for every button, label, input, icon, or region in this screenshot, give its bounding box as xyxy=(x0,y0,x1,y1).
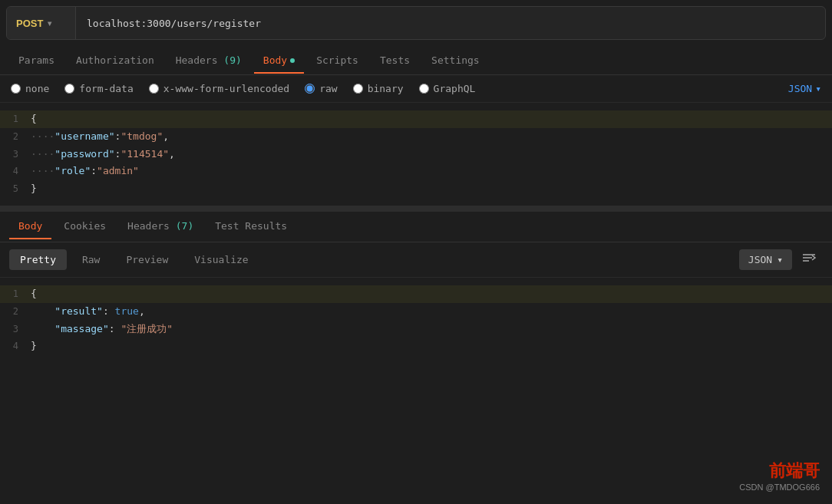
code-line-2: 2 ····"username":"tmdog", xyxy=(0,128,832,146)
code-line-1: 1 { xyxy=(0,110,832,128)
code-line-5: 5 } xyxy=(0,180,832,198)
tab-scripts[interactable]: Scripts xyxy=(307,48,368,74)
response-json-btn[interactable]: JSON ▾ xyxy=(739,249,792,270)
code-line-3: 3 ····"password":"114514", xyxy=(0,146,832,163)
wrap-btn[interactable] xyxy=(795,249,823,271)
response-body-editor: 1 { 2 "result": true, 3 "massage": "注册成功… xyxy=(0,278,832,363)
code-line-4: 4 ····"role":"admin" xyxy=(0,163,832,180)
format-visualize[interactable]: Visualize xyxy=(183,249,259,270)
tab-body[interactable]: Body xyxy=(254,48,304,74)
body-dot xyxy=(290,58,295,63)
method-label: POST xyxy=(16,18,43,29)
tab-authorization[interactable]: Authorization xyxy=(67,48,163,74)
resp-code-line-3: 3 "massage": "注册成功" xyxy=(0,321,832,338)
format-raw[interactable]: Raw xyxy=(71,249,111,270)
body-type-selector: none form-data x-www-form-urlencoded raw… xyxy=(0,75,832,103)
tab-tests[interactable]: Tests xyxy=(371,48,419,74)
response-json-selector: JSON ▾ xyxy=(739,249,823,271)
resp-code-line-4: 4 } xyxy=(0,338,832,355)
resp-code-line-2: 2 "result": true, xyxy=(0,303,832,321)
response-section: Body Cookies Headers (7) Test Results Pr… xyxy=(0,212,832,363)
format-preview[interactable]: Preview xyxy=(115,249,179,270)
radio-raw[interactable]: raw xyxy=(305,83,337,94)
url-input[interactable] xyxy=(76,18,825,29)
response-tab-headers[interactable]: Headers (7) xyxy=(118,214,203,239)
response-tab-nav: Body Cookies Headers (7) Test Results xyxy=(0,212,832,242)
radio-none[interactable]: none xyxy=(11,83,49,94)
response-tab-test-results[interactable]: Test Results xyxy=(206,214,296,239)
radio-form-data[interactable]: form-data xyxy=(64,83,133,94)
method-chevron: ▾ xyxy=(48,19,51,28)
resp-code-line-1: 1 { xyxy=(0,285,832,303)
request-tab-nav: Params Authorization Headers (9) Body Sc… xyxy=(0,46,832,75)
method-selector[interactable]: POST ▾ xyxy=(7,7,76,39)
json-type-selector[interactable]: JSON ▾ xyxy=(788,83,821,94)
format-bar: Pretty Raw Preview Visualize JSON ▾ xyxy=(0,242,832,278)
tab-settings[interactable]: Settings xyxy=(422,48,489,74)
tab-headers[interactable]: Headers (9) xyxy=(167,48,251,74)
format-pretty[interactable]: Pretty xyxy=(9,249,67,270)
tab-params[interactable]: Params xyxy=(9,48,64,74)
request-body-editor[interactable]: 1 { 2 ····"username":"tmdog", 3 ····"pas… xyxy=(0,103,832,212)
request-url-bar: POST ▾ xyxy=(6,6,826,40)
response-tab-body[interactable]: Body xyxy=(9,214,51,239)
radio-urlencoded[interactable]: x-www-form-urlencoded xyxy=(149,83,289,94)
response-tab-cookies[interactable]: Cookies xyxy=(54,214,115,239)
radio-binary[interactable]: binary xyxy=(353,83,404,94)
radio-graphql[interactable]: GraphQL xyxy=(419,83,476,94)
